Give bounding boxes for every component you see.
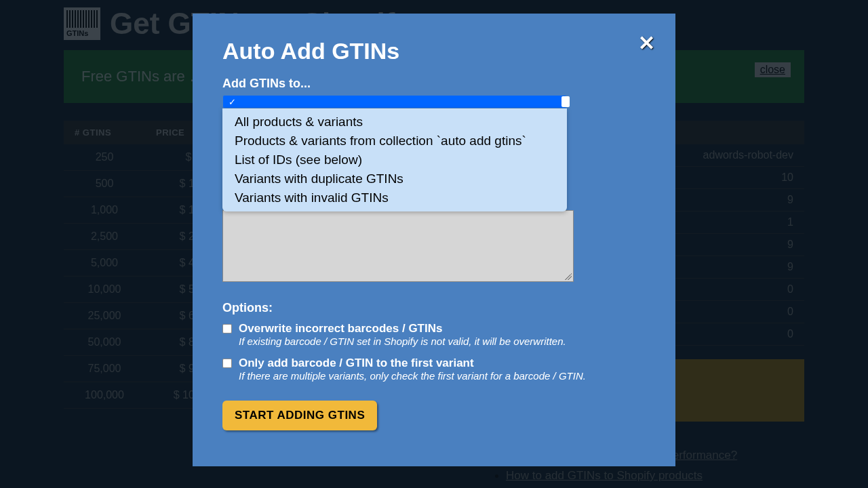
first-variant-checkbox[interactable]: [222, 359, 232, 368]
close-icon[interactable]: ✕: [638, 31, 655, 55]
dropdown-option[interactable]: All products & variants: [222, 113, 567, 131]
overwrite-label: Overwrite incorrect barcodes / GTINs: [239, 322, 566, 336]
dropdown-option[interactable]: List of IDs (see below): [222, 150, 567, 169]
target-select-dropdown: All products & variantsProducts & varian…: [222, 108, 567, 211]
check-icon: ✓: [229, 97, 236, 107]
dropdown-option[interactable]: Variants with duplicate GTINs: [222, 169, 567, 188]
ids-textarea[interactable]: [222, 210, 574, 282]
first-variant-label: Only add barcode / GTIN to the first var…: [239, 357, 586, 370]
option-overwrite: Overwrite incorrect barcodes / GTINs If …: [222, 322, 646, 347]
options-heading: Options:: [222, 301, 646, 315]
dropdown-option[interactable]: Variants with invalid GTINs: [222, 188, 567, 207]
modal-title: Auto Add GTINs: [222, 38, 646, 64]
start-adding-gtins-button[interactable]: START ADDING GTINS: [222, 401, 377, 430]
target-select-display[interactable]: ✓: [222, 95, 567, 108]
resize-handle-icon[interactable]: [565, 273, 572, 280]
add-gtins-to-label: Add GTINs to...: [222, 77, 646, 91]
option-first-variant: Only add barcode / GTIN to the first var…: [222, 357, 646, 382]
dropdown-option[interactable]: Products & variants from collection `aut…: [222, 131, 567, 150]
overwrite-checkbox[interactable]: [222, 324, 232, 333]
target-select[interactable]: ✓ All products & variantsProducts & vari…: [222, 95, 567, 108]
first-variant-desc: If there are multiple variants, only che…: [239, 370, 586, 382]
auto-add-gtins-modal: ✕ Auto Add GTINs Add GTINs to... ✓ All p…: [193, 14, 675, 466]
overwrite-desc: If existing barcode / GTIN set in Shopif…: [239, 336, 566, 347]
